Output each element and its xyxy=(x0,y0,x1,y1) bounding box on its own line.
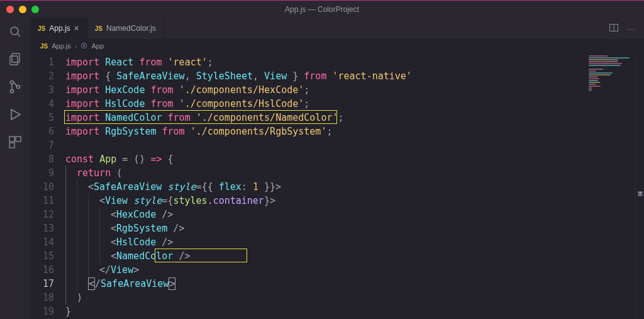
code-content[interactable]: <NamedColor /> xyxy=(65,249,585,263)
run-debug-icon[interactable] xyxy=(8,107,23,122)
svg-rect-3 xyxy=(10,56,18,65)
code-line[interactable]: 17</SafeAreaView> xyxy=(30,277,585,291)
code-content[interactable]: import NamedColor from './components/Nam… xyxy=(65,111,585,125)
source-control-icon[interactable] xyxy=(8,79,23,94)
overview-ruler[interactable]: T xyxy=(635,53,644,319)
code-line[interactable]: 13<RgbSystem /> xyxy=(30,221,585,235)
editor-area: JS App.js × JS NamedColor.js ··· JS App xyxy=(30,18,644,319)
code-line[interactable]: 3import HexCode from './components/HexCo… xyxy=(30,83,585,97)
breadcrumb[interactable]: JS App.js › ⦿ App xyxy=(30,39,644,53)
code-content[interactable]: import HexCode from './components/HexCod… xyxy=(65,83,585,97)
explorer-icon[interactable] xyxy=(8,52,23,67)
code-line[interactable]: 7 xyxy=(30,138,585,152)
code-line[interactable]: 15<NamedColor /> xyxy=(30,249,585,263)
tab-namedcolor-js[interactable]: JS NamedColor.js xyxy=(87,18,164,39)
svg-line-1 xyxy=(18,34,21,37)
extensions-icon[interactable] xyxy=(8,135,23,150)
svg-point-6 xyxy=(17,86,20,89)
js-file-icon: JS xyxy=(38,25,45,32)
code-content[interactable]: <SafeAreaView style={{ flex: 1 }}> xyxy=(65,180,585,194)
line-number[interactable]: 16 xyxy=(30,263,65,277)
titlebar[interactable]: App.js — ColorProject xyxy=(0,0,644,18)
code-content[interactable]: </SafeAreaView> xyxy=(65,277,585,291)
tab-bar: JS App.js × JS NamedColor.js ··· xyxy=(30,18,644,39)
code-content[interactable]: <View style={styles.container}> xyxy=(65,194,585,208)
code-line[interactable]: 12<HexCode /> xyxy=(30,208,585,221)
svg-rect-2 xyxy=(12,53,19,62)
overview-marker: T xyxy=(638,191,643,196)
maximize-window-button[interactable] xyxy=(31,6,39,13)
code-content[interactable]: } xyxy=(65,305,585,318)
editor-window: App.js — ColorProject JS xyxy=(0,0,644,319)
line-number[interactable]: 2 xyxy=(30,69,65,83)
line-number[interactable]: 10 xyxy=(30,180,65,194)
svg-point-4 xyxy=(11,81,14,84)
code-line[interactable]: 14<HslCode /> xyxy=(30,235,585,249)
code-line[interactable]: 19} xyxy=(30,305,585,318)
line-number[interactable]: 11 xyxy=(30,194,65,208)
line-number[interactable]: 8 xyxy=(30,152,65,166)
editor-body: 1import React from 'react';2import { Saf… xyxy=(30,53,644,319)
symbol-icon: ⦿ xyxy=(80,42,87,50)
line-number[interactable]: 12 xyxy=(30,208,65,221)
code-content[interactable]: import RgbSystem from './components/RgbS… xyxy=(65,125,585,138)
code-editor[interactable]: 1import React from 'react';2import { Saf… xyxy=(30,53,585,319)
line-number[interactable]: 18 xyxy=(30,291,65,305)
breadcrumb-file[interactable]: App.js xyxy=(52,42,71,50)
minimize-window-button[interactable] xyxy=(19,6,26,13)
code-line[interactable]: 16</View> xyxy=(30,263,585,277)
js-file-icon: JS xyxy=(95,25,103,32)
line-number[interactable]: 3 xyxy=(30,83,65,97)
code-content[interactable]: <HexCode /> xyxy=(65,208,585,221)
code-line[interactable]: 1import React from 'react'; xyxy=(30,55,585,69)
tab-label: NamedColor.js xyxy=(106,24,156,33)
code-content[interactable]: <RgbSystem /> xyxy=(65,221,585,235)
close-window-button[interactable] xyxy=(6,6,14,13)
code-line[interactable]: 6import RgbSystem from './components/Rgb… xyxy=(30,125,585,138)
svg-rect-8 xyxy=(9,137,14,142)
code-line[interactable]: 2import { SafeAreaView, StyleSheet, View… xyxy=(30,69,585,83)
breadcrumb-symbol[interactable]: App xyxy=(91,42,104,50)
code-content[interactable]: import { SafeAreaView, StyleSheet, View … xyxy=(65,69,585,83)
code-content[interactable]: const App = () => { xyxy=(65,152,585,166)
svg-point-5 xyxy=(11,90,14,93)
line-number[interactable]: 19 xyxy=(30,305,65,318)
line-number[interactable]: 5 xyxy=(30,111,65,125)
line-number[interactable]: 4 xyxy=(30,97,65,111)
tab-app-js[interactable]: JS App.js × xyxy=(30,18,87,39)
code-line[interactable]: 8const App = () => { xyxy=(30,152,585,166)
more-actions-icon[interactable]: ··· xyxy=(626,24,635,33)
code-content[interactable]: import HslCode from './components/HslCod… xyxy=(65,97,585,111)
line-number[interactable]: 6 xyxy=(30,125,65,138)
code-line[interactable]: 18) xyxy=(30,291,585,305)
tab-label: App.js xyxy=(49,24,70,33)
search-icon[interactable] xyxy=(8,24,23,39)
line-number[interactable]: 14 xyxy=(30,235,65,249)
tab-actions: ··· xyxy=(609,18,644,39)
code-line[interactable]: 9return ( xyxy=(30,166,585,180)
code-line[interactable]: 4import HslCode from './components/HslCo… xyxy=(30,97,585,111)
line-number[interactable]: 9 xyxy=(30,166,65,180)
chevron-right-icon: › xyxy=(75,42,77,50)
split-editor-icon[interactable] xyxy=(609,23,619,35)
code-content[interactable]: </View> xyxy=(65,263,585,277)
code-content[interactable]: <HslCode /> xyxy=(65,235,585,249)
code-line[interactable]: 10<SafeAreaView style={{ flex: 1 }}> xyxy=(30,180,585,194)
close-icon[interactable]: × xyxy=(74,24,79,33)
line-number[interactable]: 17 xyxy=(30,277,65,291)
code-content[interactable]: import React from 'react'; xyxy=(65,55,585,69)
minimap[interactable] xyxy=(585,53,635,319)
svg-marker-7 xyxy=(11,109,20,120)
line-number[interactable]: 13 xyxy=(30,221,65,235)
code-content[interactable]: return ( xyxy=(65,166,585,180)
activity-bar xyxy=(0,18,30,319)
svg-rect-10 xyxy=(9,143,14,148)
line-number[interactable]: 15 xyxy=(30,249,65,263)
line-number[interactable]: 7 xyxy=(30,138,65,152)
code-line[interactable]: 5import NamedColor from './components/Na… xyxy=(30,111,585,125)
main-area: JS App.js × JS NamedColor.js ··· JS App xyxy=(0,18,644,319)
code-line[interactable]: 11<View style={styles.container}> xyxy=(30,194,585,208)
svg-point-0 xyxy=(11,27,18,35)
line-number[interactable]: 1 xyxy=(30,55,65,69)
code-content[interactable]: ) xyxy=(65,291,585,305)
